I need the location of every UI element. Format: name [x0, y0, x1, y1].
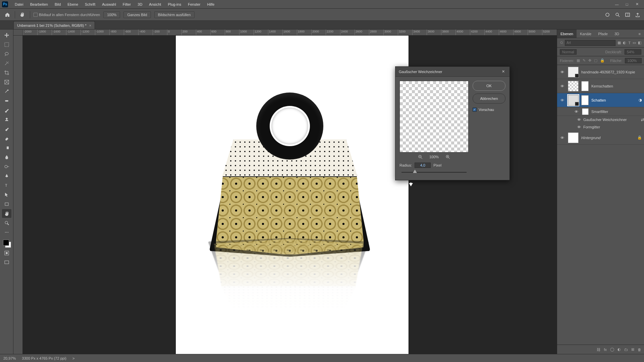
healing-brush-tool[interactable]	[2, 97, 11, 105]
zoom-100-button[interactable]: 100%	[103, 11, 120, 18]
visibility-toggle[interactable]: 👁	[559, 84, 565, 88]
menu-fenster[interactable]: Fenster	[184, 2, 204, 6]
ruler-origin[interactable]	[13, 29, 23, 36]
scroll-all-windows-checkbox[interactable]: Bildlauf in allen Fenstern durchführen	[34, 13, 100, 17]
visibility-toggle[interactable]: 👁	[577, 118, 581, 122]
lock-artboard-icon[interactable]: ▢	[594, 58, 597, 63]
window-minimize-button[interactable]: —	[612, 2, 622, 6]
magic-wand-tool[interactable]	[2, 59, 11, 68]
cancel-button[interactable]: Abbrechen	[473, 94, 505, 104]
lock-position-icon[interactable]: ✥	[588, 58, 591, 63]
layer-row[interactable]: 👁 Schatten ◑	[557, 93, 644, 107]
layer-name[interactable]: Kernschatten	[591, 84, 642, 88]
filter-adjust-icon[interactable]: ◐	[623, 41, 626, 45]
menu-bearbeiten[interactable]: Bearbeiten	[27, 2, 51, 6]
menu-hilfe[interactable]: Hilfe	[204, 2, 218, 6]
radius-slider[interactable]	[401, 169, 467, 175]
preview-checkbox[interactable]: ✓ Vorschau	[473, 108, 505, 112]
layer-thumbnail[interactable]	[568, 67, 579, 77]
dialog-titlebar[interactable]: Gaußscher Weichzeichner ✕	[395, 67, 509, 77]
clone-stamp-tool[interactable]	[2, 115, 11, 124]
visibility-toggle[interactable]: 👁	[559, 70, 565, 74]
visibility-toggle[interactable]: 👁	[559, 136, 565, 140]
layer-mask-thumbnail[interactable]	[581, 81, 589, 91]
window-close-button[interactable]: ✕	[632, 2, 642, 6]
rectangle-tool[interactable]	[2, 200, 11, 208]
quick-mask-button[interactable]	[2, 249, 11, 257]
share-icon[interactable]	[635, 12, 641, 18]
move-tool[interactable]	[2, 31, 11, 40]
crop-tool[interactable]	[2, 68, 11, 77]
menu-filter[interactable]: Filter	[119, 2, 134, 6]
edit-toolbar-button[interactable]	[2, 228, 11, 237]
eraser-tool[interactable]	[2, 134, 11, 143]
smart-filters-row[interactable]: 👁 Smartfilter	[557, 107, 644, 116]
smart-filter-mask[interactable]	[582, 108, 589, 115]
pen-tool[interactable]	[2, 172, 11, 180]
tab-ebenen[interactable]: Ebenen	[557, 29, 577, 38]
ok-button[interactable]: OK	[473, 81, 505, 91]
lock-transparency-icon[interactable]: ▦	[577, 58, 580, 63]
filter-toggle-icon[interactable]: ◑	[639, 98, 642, 102]
layer-name[interactable]: Schatten	[591, 98, 636, 102]
layer-thumbnail[interactable]	[568, 132, 579, 143]
status-zoom[interactable]: 20,97%	[3, 356, 16, 360]
smart-filter-item[interactable]: 👁 Gaußscher Weichzeichner ⇄	[577, 116, 644, 123]
document-tab[interactable]: Unbenannt-1 bei 21% (Schatten, RGB/8) * …	[13, 21, 95, 29]
tab-3d[interactable]: 3D	[611, 29, 623, 38]
vertical-ruler[interactable]	[13, 36, 23, 354]
home-button[interactable]	[3, 11, 11, 19]
status-dimensions[interactable]: 3300 Px x 4765 Px (72 ppi)	[22, 356, 66, 360]
layer-filter-input[interactable]	[565, 40, 615, 46]
frame-tool[interactable]	[2, 78, 11, 86]
smart-filter-item[interactable]: 👁 Formgitter	[577, 123, 644, 131]
menu-3d[interactable]: 3D	[134, 2, 146, 6]
group-icon[interactable]: 🗀	[624, 348, 628, 352]
zoom-in-icon[interactable]	[445, 155, 450, 159]
eyedropper-tool[interactable]	[2, 87, 11, 96]
menu-plugins[interactable]: Plug-ins	[164, 2, 184, 6]
visibility-toggle[interactable]: 👁	[573, 110, 579, 114]
filter-smart-icon[interactable]: ◧	[638, 41, 641, 45]
layer-name[interactable]: handmade-4926872_1920 Kopie	[581, 70, 642, 74]
menu-schrift[interactable]: Schrift	[82, 2, 99, 6]
link-layers-icon[interactable]: ⛓	[597, 348, 600, 352]
tab-kanaele[interactable]: Kanäle	[577, 29, 595, 38]
menu-bild[interactable]: Bild	[51, 2, 64, 6]
fit-whole-image-button[interactable]: Ganzes Bild	[123, 11, 151, 18]
type-tool[interactable]: T	[2, 181, 11, 190]
layer-mask-thumbnail[interactable]	[581, 95, 589, 105]
panel-menu-icon[interactable]: ≡	[635, 29, 644, 38]
zoom-out-icon[interactable]	[418, 155, 423, 159]
fill-screen-button[interactable]: Bildschirm ausfüllen	[154, 11, 195, 18]
lock-all-icon[interactable]: 🔒	[600, 58, 605, 63]
radius-input[interactable]	[415, 163, 431, 168]
layer-thumbnail[interactable]	[568, 81, 579, 92]
foreground-color-swatch[interactable]	[3, 240, 9, 246]
tab-pfade[interactable]: Pfade	[595, 29, 611, 38]
delete-layer-icon[interactable]: 🗑	[638, 348, 641, 352]
adjustment-layer-icon[interactable]: ◐	[618, 347, 621, 352]
blend-mode-select[interactable]: Normal	[560, 49, 577, 55]
canvas[interactable]	[176, 36, 409, 357]
filter-options-icon[interactable]: ⇄	[641, 118, 644, 122]
brush-tool[interactable]	[2, 106, 11, 115]
visibility-toggle[interactable]: 👁	[577, 125, 581, 129]
color-swatch[interactable]	[2, 239, 11, 248]
horizontal-ruler[interactable]: -2000-1800-1600-1400-1200-1000-800-600-4…	[23, 29, 557, 36]
layer-mask-icon[interactable]: ◯	[610, 347, 614, 352]
layer-name[interactable]: Hintergrund	[581, 136, 635, 140]
gradient-tool[interactable]	[2, 143, 11, 152]
new-layer-icon[interactable]: ⊞	[631, 347, 634, 352]
filter-type-icon[interactable]: T	[628, 41, 631, 45]
screen-mode-button[interactable]	[2, 258, 11, 267]
path-selection-tool[interactable]	[2, 190, 11, 199]
filter-shape-icon[interactable]: ▭	[633, 41, 636, 45]
slider-thumb[interactable]	[413, 170, 417, 173]
workspace-icon[interactable]	[625, 12, 631, 18]
menu-datei[interactable]: Datei	[11, 2, 27, 6]
menu-ebene[interactable]: Ebene	[64, 2, 82, 6]
layer-row[interactable]: 👁 Kernschatten	[557, 79, 644, 93]
search-icon[interactable]	[614, 12, 621, 18]
document-tab-close-button[interactable]: ×	[89, 23, 91, 27]
